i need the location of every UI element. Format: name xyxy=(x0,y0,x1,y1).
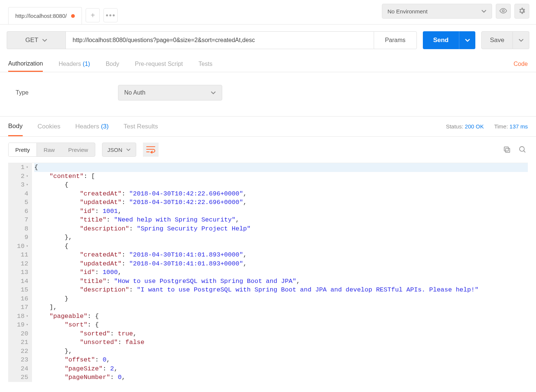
save-caret-button[interactable] xyxy=(513,31,529,49)
send-caret-button[interactable] xyxy=(459,31,475,49)
settings-button[interactable] xyxy=(514,4,529,19)
url-value: http://localhost:8080/questions?page=0&s… xyxy=(73,37,255,44)
save-label: Save xyxy=(490,36,504,44)
top-bar: http://localhost:8080/ + ••• No Environm… xyxy=(0,0,536,25)
headers-count: (1) xyxy=(83,61,90,67)
code-link[interactable]: Code xyxy=(514,61,528,67)
ellipsis-icon: ••• xyxy=(106,11,116,20)
chevron-down-icon xyxy=(481,9,486,14)
chevron-down-icon xyxy=(519,38,524,43)
tab-strip: http://localhost:8080/ + ••• xyxy=(0,0,382,24)
plus-icon: + xyxy=(91,11,95,20)
new-tab-button[interactable]: + xyxy=(86,8,100,22)
wrap-icon xyxy=(146,145,156,154)
chevron-down-icon xyxy=(211,90,216,95)
status-label: Status: xyxy=(446,123,463,130)
svg-rect-3 xyxy=(505,148,510,152)
params-button[interactable]: Params xyxy=(374,31,417,49)
send-group: Send xyxy=(423,31,476,49)
svg-rect-4 xyxy=(504,147,508,151)
send-button[interactable]: Send xyxy=(423,31,459,49)
url-input[interactable]: http://localhost:8080/questions?page=0&s… xyxy=(66,31,374,49)
auth-type-label: Type xyxy=(16,89,29,96)
auth-type-select[interactable]: No Auth xyxy=(118,85,222,101)
auth-type-value: No Auth xyxy=(124,89,146,96)
search-button[interactable] xyxy=(517,144,528,155)
tab-headers[interactable]: Headers (1) xyxy=(58,57,90,71)
view-raw[interactable]: Raw xyxy=(37,143,61,156)
time-value: 137 ms xyxy=(510,123,528,130)
resp-tab-headers-label: Headers xyxy=(75,123,99,130)
unsaved-dot-icon xyxy=(71,14,75,18)
wrap-lines-button[interactable] xyxy=(143,143,159,157)
status-block: Status: 200 OK xyxy=(446,123,484,130)
format-select[interactable]: JSON xyxy=(102,143,136,157)
time-block: Time: 137 ms xyxy=(494,123,528,130)
chevron-down-icon xyxy=(42,38,47,43)
auth-section: Type No Auth xyxy=(0,72,536,117)
view-preview[interactable]: Preview xyxy=(61,143,95,156)
view-mode-group: Pretty Raw Preview xyxy=(8,143,95,157)
response-body-code: { "content": [ { "createdAt": "2018-04-3… xyxy=(32,163,528,382)
format-label: JSON xyxy=(108,147,122,153)
view-pretty[interactable]: Pretty xyxy=(9,143,37,156)
svg-line-6 xyxy=(524,151,526,153)
status-value: 200 OK xyxy=(465,123,484,130)
send-label: Send xyxy=(433,36,449,44)
env-quicklook-button[interactable] xyxy=(496,4,511,19)
resp-tab-test-results[interactable]: Test Results xyxy=(124,118,158,136)
environment-bar: No Environment xyxy=(382,0,536,19)
body-toolbar: Pretty Raw Preview JSON xyxy=(0,137,536,163)
response-status: Status: 200 OK Time: 137 ms xyxy=(446,123,528,130)
resp-tab-headers[interactable]: Headers (3) xyxy=(75,118,109,136)
response-body-viewer[interactable]: 1 ▾2 ▾3 ▾45678910 ▾1112131415161718 ▾19 … xyxy=(8,163,528,382)
params-label: Params xyxy=(385,37,405,44)
resp-headers-count: (3) xyxy=(101,123,109,130)
copy-button[interactable] xyxy=(502,144,512,155)
request-tab-title: http://localhost:8080/ xyxy=(15,13,67,19)
tab-authorization[interactable]: Authorization xyxy=(8,57,43,72)
resp-tab-body[interactable]: Body xyxy=(8,117,23,136)
method-select[interactable]: GET xyxy=(7,31,66,49)
save-button[interactable]: Save xyxy=(481,31,513,49)
body-right-tools xyxy=(502,144,528,155)
tab-overflow-button[interactable]: ••• xyxy=(103,8,118,22)
chevron-down-icon xyxy=(465,38,470,43)
request-tabs: Authorization Headers (1) Body Pre-reque… xyxy=(0,56,536,72)
tab-body[interactable]: Body xyxy=(106,57,119,71)
response-tabs: Body Cookies Headers (3) Test Results St… xyxy=(0,117,536,137)
chevron-down-icon xyxy=(126,147,131,152)
resp-tab-cookies[interactable]: Cookies xyxy=(38,118,60,136)
tab-tests[interactable]: Tests xyxy=(198,57,212,71)
svg-point-5 xyxy=(520,147,524,152)
environment-selected-label: No Environment xyxy=(387,8,428,15)
time-label: Time: xyxy=(494,123,508,130)
request-builder: GET http://localhost:8080/questions?page… xyxy=(0,25,536,56)
line-number-gutter: 1 ▾2 ▾3 ▾45678910 ▾1112131415161718 ▾19 … xyxy=(8,163,32,382)
gear-icon xyxy=(518,7,526,16)
eye-icon xyxy=(499,7,507,16)
request-tab[interactable]: http://localhost:8080/ xyxy=(8,7,82,24)
svg-point-0 xyxy=(502,10,504,12)
save-group: Save xyxy=(481,31,529,49)
tab-headers-label: Headers xyxy=(58,61,81,67)
tab-prerequest[interactable]: Pre-request Script xyxy=(135,57,183,71)
environment-select[interactable]: No Environment xyxy=(382,4,492,19)
method-label: GET xyxy=(25,36,38,44)
